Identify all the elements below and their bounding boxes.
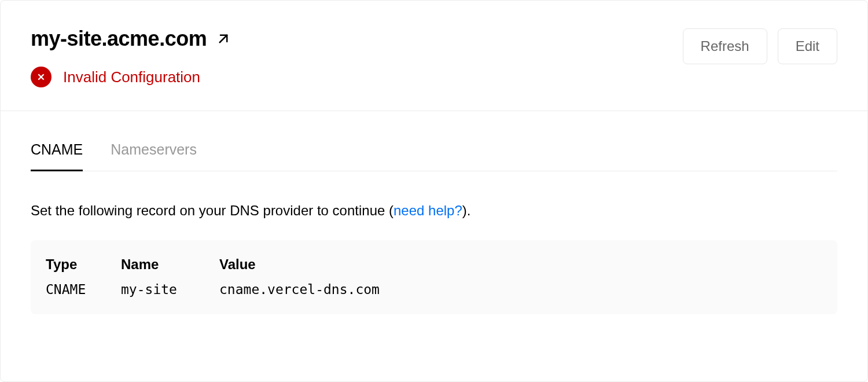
col-header-type: Type [46, 256, 121, 273]
instruction-suffix: ). [462, 203, 471, 218]
tab-cname[interactable]: CNAME [31, 141, 83, 171]
col-header-name: Name [121, 256, 219, 273]
error-icon [31, 67, 52, 87]
status-row: Invalid Configuration [31, 67, 232, 87]
record-type: CNAME [46, 282, 121, 297]
instruction-prefix: Set the following record on your DNS pro… [31, 203, 393, 218]
record-data-row: CNAME my-site cname.vercel-dns.com [46, 282, 822, 297]
card-header: my-site.acme.com Invalid Configuration R… [1, 1, 867, 111]
domain-config-card: my-site.acme.com Invalid Configuration R… [0, 0, 868, 382]
config-tabs: CNAME Nameservers [31, 141, 837, 171]
record-name: my-site [121, 282, 219, 297]
need-help-link[interactable]: need help? [393, 203, 462, 218]
edit-button[interactable]: Edit [778, 28, 837, 64]
header-left: my-site.acme.com Invalid Configuration [31, 28, 232, 87]
dns-record-box: Type Name Value CNAME my-site cname.verc… [31, 240, 837, 314]
record-header-row: Type Name Value [46, 256, 822, 273]
col-header-value: Value [219, 256, 822, 273]
domain-title-link[interactable]: my-site.acme.com [31, 28, 232, 49]
tab-nameservers[interactable]: Nameservers [111, 141, 197, 171]
external-link-icon [215, 30, 232, 47]
refresh-button[interactable]: Refresh [683, 28, 767, 64]
header-actions: Refresh Edit [683, 28, 837, 64]
status-text: Invalid Configuration [63, 68, 200, 86]
card-body: CNAME Nameservers Set the following reco… [1, 111, 867, 342]
record-value: cname.vercel-dns.com [219, 282, 822, 297]
domain-name: my-site.acme.com [31, 28, 207, 49]
instruction-text: Set the following record on your DNS pro… [31, 201, 837, 219]
